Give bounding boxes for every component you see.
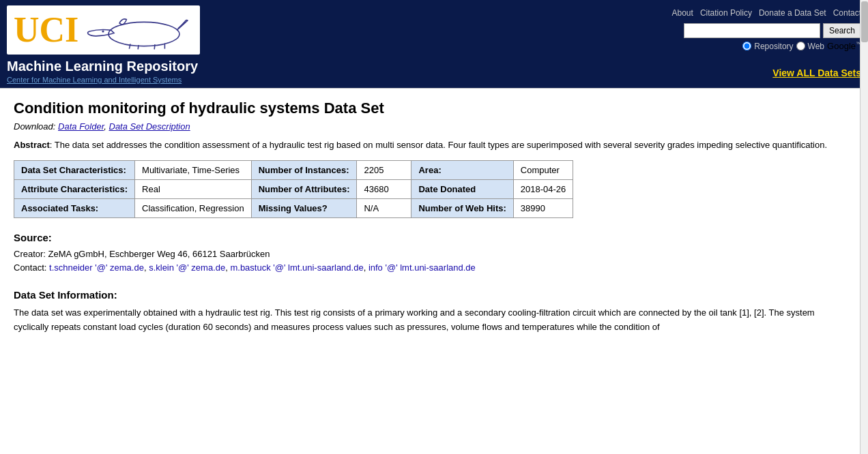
search-button[interactable]: Search	[823, 23, 861, 38]
source-text: Creator: ZeMA gGmbH, Eschberger Weg 46, …	[14, 247, 833, 276]
contact-line: Contact: t.schneider '@' zema.de, s.klei…	[14, 261, 833, 275]
svg-point-0	[108, 22, 179, 46]
table-row: Data Set Characteristics: Multivariate, …	[14, 160, 573, 179]
scrollbar[interactable]	[860, 0, 868, 357]
area-value: Computer	[513, 160, 573, 179]
repo-title: Machine Learning Repository	[7, 59, 198, 74]
logo-area: UCI	[7, 5, 200, 55]
creator-text: Creator: ZeMA gGmbH, Eschberger Weg 46, …	[14, 247, 833, 262]
google-logo: Google™	[827, 41, 861, 51]
svg-point-5	[102, 30, 104, 32]
nav-search-area: About Citation Policy Donate a Data Set …	[672, 5, 861, 54]
associated-tasks-value: Classification, Regression	[135, 198, 252, 217]
repo-subtitle[interactable]: Center for Machine Learning and Intellig…	[7, 76, 198, 84]
date-donated-value: 2018-04-26	[513, 179, 573, 198]
site-header: UCI About	[0, 0, 868, 88]
web-hits-value: 38990	[513, 198, 573, 217]
radio-row: Repository Web Google™	[742, 41, 861, 51]
contact-link-4[interactable]: info '@' lmt.uni-saarland.de	[368, 262, 476, 273]
repo-title-area: Machine Learning Repository Center for M…	[7, 59, 198, 84]
contact-link[interactable]: Contact	[833, 8, 861, 18]
web-label: Web	[808, 42, 824, 51]
header-bottom: Machine Learning Repository Center for M…	[7, 55, 861, 88]
search-row: Search	[684, 23, 861, 38]
uci-logo-text: UCI	[14, 12, 78, 48]
abstract-label: Abstract	[14, 140, 50, 150]
table-row: Attribute Characteristics: Real Number o…	[14, 179, 573, 198]
contact-prefix: Contact:	[14, 262, 46, 273]
associated-tasks-label: Associated Tasks:	[14, 198, 135, 217]
citation-policy-link[interactable]: Citation Policy	[700, 8, 752, 18]
abstract-text: The data set addresses the condition ass…	[55, 140, 827, 150]
num-instances-value: 2205	[357, 160, 411, 179]
svg-line-3	[155, 44, 156, 49]
dataset-info-text: The data set was experimentally obtained…	[14, 306, 833, 335]
data-folder-link[interactable]: Data Folder	[58, 121, 104, 132]
top-navigation: About Citation Policy Donate a Data Set …	[672, 8, 861, 18]
view-all-datasets-link[interactable]: View ALL Data Sets	[772, 67, 861, 84]
attribute-characteristics-value: Real	[135, 179, 252, 198]
svg-line-2	[139, 45, 139, 49]
main-content: Condition monitoring of hydraulic system…	[0, 89, 846, 357]
scrollbar-thumb[interactable]	[861, 1, 868, 42]
about-link[interactable]: About	[672, 8, 693, 18]
page-title: Condition monitoring of hydraulic system…	[14, 100, 833, 117]
source-section: Source: Creator: ZeMA gGmbH, Eschberger …	[14, 232, 833, 276]
anteater-logo	[84, 10, 193, 50]
num-attributes-label: Number of Attributes:	[251, 179, 357, 198]
search-input[interactable]	[684, 23, 820, 38]
num-attributes-value: 43680	[357, 179, 411, 198]
date-donated-label: Date Donated	[411, 179, 513, 198]
table-row: Associated Tasks: Classification, Regres…	[14, 198, 573, 217]
characteristics-table: Data Set Characteristics: Multivariate, …	[14, 160, 573, 218]
donate-dataset-link[interactable]: Donate a Data Set	[759, 8, 826, 18]
data-set-characteristics-label: Data Set Characteristics:	[14, 160, 135, 179]
contact-link-3[interactable]: m.bastuck '@' lmt.uni-saarland.de	[230, 262, 363, 273]
web-radio[interactable]	[796, 42, 805, 50]
download-prefix: Download:	[14, 121, 55, 132]
data-description-link[interactable]: Data Set Description	[109, 121, 190, 132]
download-line: Download: Data Folder, Data Set Descript…	[14, 121, 833, 132]
contact-link-2[interactable]: s.klein '@' zema.de	[149, 262, 225, 273]
data-set-characteristics-value: Multivariate, Time-Series	[135, 160, 252, 179]
num-instances-label: Number of Instances:	[251, 160, 357, 179]
dataset-info-heading: Data Set Information:	[14, 289, 833, 301]
repository-radio[interactable]	[742, 42, 751, 50]
repository-label: Repository	[754, 42, 793, 51]
missing-values-label: Missing Values?	[251, 198, 357, 217]
dataset-info-section: Data Set Information: The data set was e…	[14, 289, 833, 335]
web-hits-label: Number of Web Hits:	[411, 198, 513, 217]
header-top: UCI About	[7, 5, 861, 55]
missing-values-value: N/A	[357, 198, 411, 217]
contact-link-1[interactable]: t.schneider '@' zema.de	[49, 262, 144, 273]
area-label: Area:	[411, 160, 513, 179]
attribute-characteristics-label: Attribute Characteristics:	[14, 179, 135, 198]
abstract-paragraph: Abstract: The data set addresses the con…	[14, 138, 833, 152]
source-heading: Source:	[14, 232, 833, 243]
